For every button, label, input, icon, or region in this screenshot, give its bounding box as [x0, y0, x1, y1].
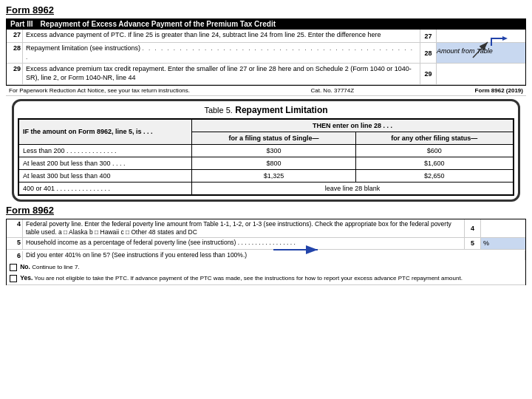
table-row: At least 200 but less than 300 . . . . $…	[19, 157, 514, 169]
yes-detail: You are not eligible to take the PTC. If…	[34, 275, 463, 282]
bottom-line-4-desc: Federal poverty line. Enter the federal …	[23, 219, 465, 237]
no-checkbox[interactable]	[10, 264, 17, 271]
form-title-bottom: Form 8962	[6, 205, 526, 216]
line-29-num: 29	[7, 64, 23, 83]
bottom-line-4-num-right: 4	[465, 219, 481, 237]
table5-container: Table 5. Repayment Limitation IF the amo…	[12, 99, 520, 202]
bottom-line-5-field[interactable]: %	[481, 238, 525, 249]
bottom-line-6: 6 Did you enter 401% on line 5? (See ins…	[7, 250, 525, 285]
bottom-line-5-num-right: 5	[465, 238, 481, 249]
part3-header: Part III Repayment of Excess Advance Pay…	[6, 18, 526, 30]
yes-label: Yes.	[20, 274, 33, 282]
table5-row0-if: Less than 200 . . . . . . . . . . . . . …	[19, 144, 192, 157]
table5-row3-if: 400 or 401 . . . . . . . . . . . . . . .	[19, 182, 192, 194]
yes-checkbox[interactable]	[10, 275, 17, 282]
yes-option: Yes. You are not eligible to take the PT…	[7, 273, 525, 284]
table5-table: IF the amount on Form 8962, line 5, is .…	[18, 119, 514, 195]
line-28-desc: Repayment limitation (see instructions) …	[23, 43, 420, 63]
table5-col-then-header: THEN enter on line 28 . . .	[192, 119, 514, 132]
no-option: No. Continue to line 7.	[7, 262, 525, 273]
line-28-num: 28	[7, 43, 23, 63]
bottom-line-4-field[interactable]	[481, 219, 525, 237]
line-27-num-right: 27	[420, 30, 437, 42]
line-29-num-right: 29	[420, 64, 437, 83]
table5-row2-if: At least 300 but less than 400	[19, 169, 192, 182]
bottom-line-4-num: 4	[7, 219, 23, 237]
line-27-desc: Excess advance payment of PTC. If line 2…	[23, 30, 420, 42]
bottom-line-5-num: 5	[7, 238, 23, 249]
line-27-num: 27	[7, 30, 23, 42]
table5-row3-single: leave line 28 blank	[192, 182, 514, 194]
form-title-top: Form 8962	[6, 4, 526, 16]
table5-inner: IF the amount on Form 8962, line 5, is .…	[18, 118, 514, 196]
line-28: 28 Repayment limitation (see instruction…	[7, 43, 525, 64]
part3-label: Part III	[10, 20, 33, 28]
paperwork-notice: For Paperwork Reduction Act Notice, see …	[6, 86, 526, 96]
table5-col-if-header: IF the amount on Form 8962, line 5, is .…	[19, 119, 192, 144]
table-row: 400 or 401 . . . . . . . . . . . . . . .…	[19, 182, 514, 194]
page: Form 8962 Part III Repayment of Excess A…	[0, 0, 532, 399]
table5-row0-single: $300	[192, 144, 356, 157]
line-29-field[interactable]	[437, 64, 525, 83]
table-row: Less than 200 . . . . . . . . . . . . . …	[19, 144, 514, 157]
bottom-line-6-desc: Did you enter 401% on line 5? (See instr…	[23, 250, 525, 260]
line-28-field[interactable]	[437, 43, 525, 63]
table5-col-single-header: for a filing status of Single—	[192, 132, 356, 144]
table5-title: Table 5. Repayment Limitation	[18, 105, 514, 115]
table5-col-other-header: for any other filing status—	[355, 132, 513, 144]
table5-row2-other: $2,650	[355, 169, 513, 182]
no-label: No.	[20, 263, 30, 270]
paperwork-left: For Paperwork Reduction Act Notice, see …	[9, 87, 190, 94]
table5-row1-single: $800	[192, 157, 356, 169]
line-29: 29 Excess advance premium tax credit rep…	[7, 64, 525, 84]
no-detail: Continue to line 7.	[32, 264, 80, 270]
line-27: 27 Excess advance payment of PTC. If lin…	[7, 30, 525, 43]
table-row: At least 300 but less than 400 $1,325 $2…	[19, 169, 514, 182]
bottom-line-6-num: 6	[7, 251, 23, 260]
line-29-desc: Excess advance premium tax credit repaym…	[23, 64, 420, 83]
table5-row1-other: $1,600	[355, 157, 513, 169]
paperwork-cat: Cat. No. 37774Z	[310, 87, 354, 94]
bottom-lines: 4 Federal poverty line. Enter the federa…	[6, 219, 526, 285]
line-28-num-right: 28	[420, 43, 437, 63]
percent-sign: %	[483, 239, 489, 247]
bottom-line-5-desc: Household income as a percentage of fede…	[23, 238, 465, 249]
part3-title: Repayment of Excess Advance Payment of t…	[41, 20, 276, 28]
table5-row2-single: $1,325	[192, 169, 356, 182]
part3-lines: 27 Excess advance payment of PTC. If lin…	[6, 30, 526, 86]
table5-row0-other: $600	[355, 144, 513, 157]
bottom-line-4: 4 Federal poverty line. Enter the federa…	[7, 219, 525, 238]
table5-row1-if: At least 200 but less than 300 . . . .	[19, 157, 192, 169]
bottom-line-5: 5 Household income as a percentage of fe…	[7, 238, 525, 250]
line-27-field[interactable]	[437, 30, 525, 42]
paperwork-right: Form 8962 (2019)	[475, 87, 523, 94]
